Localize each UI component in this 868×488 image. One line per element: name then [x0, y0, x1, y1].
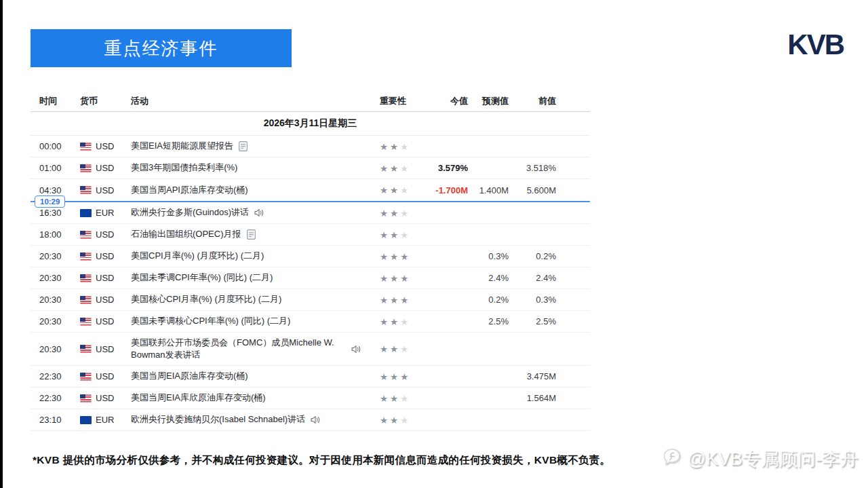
- event-row[interactable]: 22:30 USD 美国当周EIA原油库存变动(桶) ★★★ 3.475M: [31, 366, 590, 388]
- star-icon: ★: [390, 274, 400, 284]
- event-row[interactable]: 23:10 EUR 欧洲央行执委施纳贝尔(Isabel Schnabel)讲话 …: [31, 409, 590, 431]
- column-header-currency: 货币: [73, 95, 131, 107]
- current-time-badge: 10:29: [35, 195, 65, 208]
- column-header-activity: 活动: [131, 95, 370, 107]
- importance-stars: ★★★: [370, 371, 417, 382]
- star-icon: ★: [400, 208, 410, 219]
- currency-code: USD: [96, 295, 114, 305]
- star-icon: ★: [400, 230, 410, 240]
- column-header-actual: 今值: [417, 95, 468, 107]
- importance-stars: ★★★: [370, 208, 417, 219]
- star-icon: ★: [390, 208, 400, 219]
- star-icon: ★: [400, 372, 410, 382]
- importance-stars: ★★★: [370, 185, 417, 195]
- economic-calendar-table: 时间 货币 活动 重要性 今值 预测值 前值 2026年3月11日星期三 00:…: [31, 90, 590, 431]
- currency-code: EUR: [96, 208, 114, 218]
- event-name: 美国未季调CPI年率(%) (同比) (二月): [131, 271, 273, 284]
- event-row[interactable]: 00:00 USD 美国EIA短期能源展望报告 ★★★: [31, 136, 590, 157]
- event-row[interactable]: 04:30 USD 美国当周API原油库存变动(桶) ★★★ -1.700M 1…: [31, 179, 590, 201]
- event-activity: 美国EIA短期能源展望报告: [131, 140, 370, 152]
- event-currency: USD: [73, 344, 131, 354]
- document-icon: [239, 141, 248, 151]
- table-header-row: 时间 货币 活动 重要性 今值 预测值 前值: [31, 90, 590, 112]
- event-activity: 美国联邦公开市场委员会（FOMC）成员Michelle W. Bowman发表讲…: [131, 337, 370, 361]
- event-activity: 美国3年期国债拍卖利率(%): [131, 162, 370, 174]
- previous-value: 5.600M: [509, 185, 556, 195]
- event-currency: USD: [73, 371, 131, 381]
- disclaimer-text: *KVB 提供的市场分析仅供参考，并不构成任何投资建议。对于因使用本新闻信息而造…: [33, 453, 610, 468]
- star-icon: ★: [390, 185, 400, 195]
- kvb-logo-text: KVB: [787, 29, 844, 60]
- event-time: 22:30: [31, 371, 73, 381]
- currency-code: USD: [96, 273, 114, 283]
- event-currency: USD: [73, 316, 131, 326]
- star-icon: ★: [390, 344, 400, 354]
- event-activity: 美国核心CPI月率(%) (月度环比) (二月): [131, 293, 370, 305]
- column-header-forecast: 预测值: [468, 95, 509, 107]
- star-icon: ★: [380, 344, 390, 354]
- event-name: 欧洲央行金多斯(Guindos)讲话: [131, 206, 249, 219]
- currency-code: USD: [96, 185, 114, 195]
- star-icon: ★: [390, 230, 400, 240]
- star-icon: ★: [390, 164, 400, 174]
- us-flag-icon: [80, 394, 92, 402]
- forecast-value: 2.5%: [468, 316, 509, 326]
- star-icon: ★: [400, 344, 410, 354]
- event-row[interactable]: 20:30 USD 美国CPI月率(%) (月度环比) (二月) ★★★ 0.3…: [31, 246, 590, 267]
- us-flag-icon: [80, 373, 92, 381]
- us-flag-icon: [80, 186, 92, 194]
- event-currency: USD: [73, 251, 131, 261]
- us-flag-icon: [80, 296, 92, 304]
- star-icon: ★: [380, 252, 390, 262]
- column-header-previous: 前值: [509, 95, 556, 107]
- date-header: 2026年3月11日星期三: [264, 117, 357, 130]
- star-icon: ★: [390, 252, 400, 262]
- kvb-logo: KVB: [787, 29, 844, 61]
- actual-value: -1.700M: [417, 185, 468, 195]
- currency-code: USD: [96, 229, 114, 240]
- us-flag-icon: [80, 345, 92, 353]
- us-flag-icon: [80, 274, 92, 282]
- event-time: 20:30: [31, 344, 73, 354]
- us-flag-icon: [80, 143, 92, 151]
- importance-stars: ★★★: [370, 141, 417, 152]
- us-flag-icon: [80, 252, 92, 261]
- event-row[interactable]: 20:30 USD 美国未季调CPI年率(%) (同比) (二月) ★★★ 2.…: [31, 267, 590, 289]
- event-row[interactable]: 18:00 USD 石油输出国组织(OPEC)月报 ★★★: [31, 224, 590, 246]
- currency-code: USD: [96, 371, 114, 381]
- previous-value: 0.3%: [509, 295, 556, 305]
- event-time: 01:00: [31, 163, 73, 173]
- importance-stars: ★★★: [370, 163, 417, 174]
- event-time: 20:30: [31, 251, 73, 261]
- event-row[interactable]: 20:30 USD 美国联邦公开市场委员会（FOMC）成员Michelle W.…: [31, 333, 590, 366]
- event-row[interactable]: 16:30 EUR 欧洲央行金多斯(Guindos)讲话 ★★★: [31, 202, 590, 224]
- forecast-value: 1.400M: [468, 185, 509, 195]
- forecast-value: 0.2%: [468, 295, 509, 305]
- event-name: 美国核心CPI月率(%) (月度环比) (二月): [131, 293, 281, 305]
- event-row[interactable]: 20:30 USD 美国核心CPI月率(%) (月度环比) (二月) ★★★ 0…: [31, 289, 590, 311]
- eu-flag-icon: [80, 209, 92, 217]
- star-icon: ★: [380, 185, 390, 195]
- event-name: 美国当周EIA库欣原油库存变动(桶): [131, 392, 266, 404]
- event-activity: 美国未季调CPI年率(%) (同比) (二月): [131, 271, 370, 284]
- event-row[interactable]: 01:00 USD 美国3年期国债拍卖利率(%) ★★★ 3.579% 3.51…: [31, 157, 590, 179]
- star-icon: ★: [400, 295, 410, 305]
- forecast-value: 2.4%: [468, 273, 509, 283]
- date-header-row: 2026年3月11日星期三: [31, 112, 590, 136]
- event-currency: USD: [73, 393, 131, 403]
- event-row[interactable]: 22:30 USD 美国当周EIA库欣原油库存变动(桶) ★★★ 1.564M: [31, 388, 590, 409]
- event-row[interactable]: 20:30 USD 美国未季调核心CPI年率(%) (同比) (二月) ★★★ …: [31, 311, 590, 333]
- star-icon: ★: [380, 164, 390, 174]
- star-icon: ★: [400, 252, 410, 262]
- event-time: 20:30: [31, 295, 73, 305]
- speaker-icon: [254, 208, 264, 217]
- star-icon: ★: [380, 208, 390, 219]
- event-time: 23:10: [31, 415, 73, 425]
- event-currency: USD: [73, 295, 131, 305]
- event-name: 石油输出国组织(OPEC)月报: [131, 228, 241, 240]
- event-time: 00:00: [31, 141, 73, 151]
- importance-stars: ★★★: [370, 229, 417, 240]
- importance-stars: ★★★: [370, 415, 417, 426]
- star-icon: ★: [390, 317, 400, 327]
- previous-value: 0.2%: [509, 251, 556, 261]
